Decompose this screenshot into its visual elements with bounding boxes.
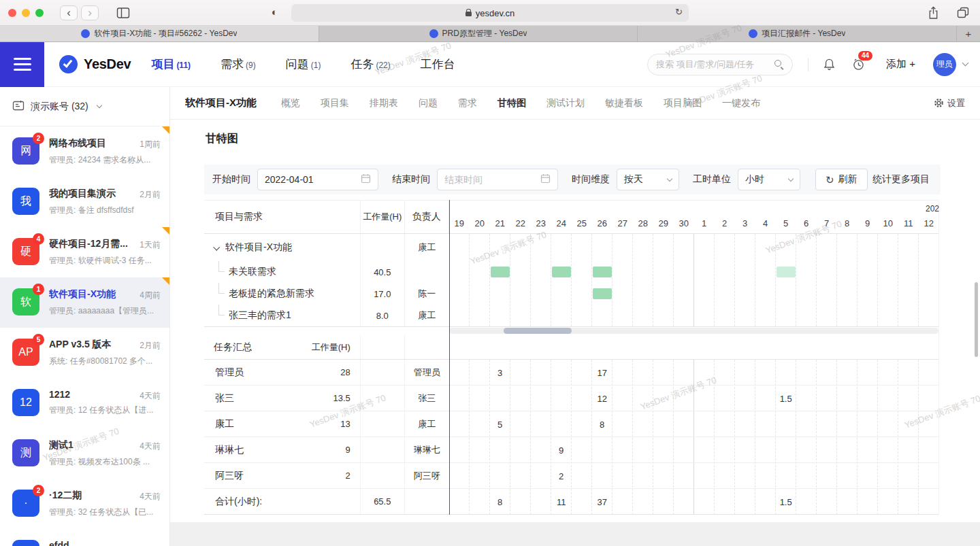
zoom-window-button[interactable] bbox=[35, 9, 44, 17]
search-icon[interactable] bbox=[774, 59, 784, 69]
time-dimension-value: 按天 bbox=[624, 173, 643, 186]
reload-icon[interactable]: ↻ bbox=[675, 7, 683, 17]
hour-unit-select[interactable]: 小时 bbox=[738, 169, 800, 190]
day-header-20: 20 bbox=[470, 218, 490, 228]
sidebar-project-5[interactable]: 124天前1212管理员: 12 任务状态从【进... bbox=[0, 378, 169, 428]
project-name: 测试1 bbox=[49, 439, 131, 451]
sidebar-toggle-icon[interactable] bbox=[116, 7, 130, 19]
settings-button[interactable]: 设置 bbox=[934, 97, 965, 109]
lock-icon bbox=[466, 12, 472, 16]
gantt-bar[interactable] bbox=[491, 267, 510, 277]
nav-label: 工作台 bbox=[421, 56, 455, 72]
nav-count: (11) bbox=[176, 61, 191, 70]
notifications-bell-icon[interactable] bbox=[822, 57, 836, 71]
nav-item-1[interactable]: 需求(9) bbox=[220, 56, 256, 72]
forward-button[interactable]: › bbox=[81, 5, 99, 20]
chevron-down-icon bbox=[788, 175, 794, 181]
gantt-bar[interactable] bbox=[593, 267, 612, 277]
settings-label: 设置 bbox=[947, 97, 965, 109]
project-initial: AP bbox=[18, 346, 33, 358]
reader-appearance-icon[interactable]: ◐ bbox=[272, 6, 278, 18]
project-tab-8[interactable]: 项目脑图 bbox=[664, 97, 702, 109]
start-date-input[interactable] bbox=[257, 169, 378, 190]
summary-workload-header: 工作量(H) bbox=[312, 341, 350, 354]
project-tab-7[interactable]: 敏捷看板 bbox=[605, 97, 643, 109]
account-switcher[interactable]: 演示账号 (32) bbox=[0, 87, 169, 126]
search-input[interactable] bbox=[656, 59, 768, 69]
summary-timeline: 2 bbox=[449, 463, 938, 488]
sidebar-project-3[interactable]: 软14周前软件项目-X功能管理员: aaaaaaaa【管理员... bbox=[0, 277, 169, 328]
gantt-row-1[interactable]: 未关联需求40.5 bbox=[204, 261, 938, 283]
summary-day-value: 17 bbox=[592, 367, 612, 377]
logo-text: YesDev bbox=[84, 56, 131, 72]
sidebar-project-1[interactable]: 我2月前我的项目集演示管理员: 备注 dfsffsdfdsf bbox=[0, 177, 169, 227]
global-search[interactable] bbox=[647, 54, 793, 75]
address-bar[interactable]: yesdev.cn ↻ bbox=[291, 4, 689, 22]
add-button[interactable]: 添加 + bbox=[886, 58, 915, 71]
share-icon[interactable] bbox=[928, 6, 939, 20]
sidebar-project-4[interactable]: AP52月前APP v3.5 版本系统: 任务#80081702 多个... bbox=[0, 328, 169, 378]
summary-work bbox=[361, 463, 405, 488]
refresh-button[interactable]: ↻ 刷新 bbox=[815, 169, 868, 190]
alarm-clock-icon[interactable]: 44 bbox=[851, 57, 866, 71]
avatar-chevron-down-icon[interactable] bbox=[962, 60, 969, 67]
minimize-window-button[interactable] bbox=[22, 9, 30, 17]
nav-item-0[interactable]: 项目(11) bbox=[151, 56, 191, 72]
time-dimension-select[interactable]: 按天 bbox=[617, 169, 679, 190]
back-button[interactable]: ‹ bbox=[60, 5, 78, 20]
sidebar-project-8[interactable]: eefdd bbox=[0, 529, 169, 546]
sidebar-project-0[interactable]: 网21周前网络布线项目管理员: 24234 需求名称从... bbox=[0, 126, 169, 177]
end-date-input[interactable] bbox=[437, 169, 558, 190]
gantt-bar[interactable] bbox=[777, 267, 796, 277]
summary-row-1: 张三13.5张三121.5 bbox=[204, 386, 938, 411]
tab-favicon bbox=[429, 29, 438, 38]
browser-tab-1[interactable]: PRD原型管理 - YesDev bbox=[319, 26, 638, 41]
nav-item-3[interactable]: 任务(22) bbox=[350, 56, 390, 72]
summary-day-value: 11 bbox=[551, 496, 572, 507]
app-logo[interactable]: YesDev bbox=[59, 55, 131, 73]
summary-owner: 管理员 bbox=[405, 360, 449, 385]
summary-hours: 13 bbox=[340, 419, 350, 429]
gantt-row-2[interactable]: 老板提的紧急新需求17.0陈一 bbox=[204, 283, 938, 305]
user-avatar[interactable]: 理员 bbox=[933, 53, 956, 76]
gantt-row-owner: 康工 bbox=[405, 234, 449, 261]
project-tab-9[interactable]: 一键发布 bbox=[722, 97, 760, 109]
project-tab-3[interactable]: 问题 bbox=[419, 97, 438, 109]
project-tab-0[interactable]: 概览 bbox=[281, 97, 300, 109]
gantt-row-3[interactable]: 张三丰的需求18.0康工 bbox=[204, 305, 938, 326]
new-tab-button[interactable]: + bbox=[957, 26, 980, 41]
project-tab-4[interactable]: 需求 bbox=[458, 97, 477, 109]
gantt-row-0[interactable]: 软件项目-X功能康工 bbox=[204, 234, 938, 261]
project-list: 网21周前网络布线项目管理员: 24234 需求名称从...我2月前我的项目集演… bbox=[0, 126, 169, 546]
hamburger-menu-icon[interactable] bbox=[0, 42, 44, 87]
end-date-value[interactable] bbox=[444, 174, 536, 185]
sidebar-project-2[interactable]: 硬41天前硬件项目-12月需...管理员: 软硬件调试-3 任务... bbox=[0, 227, 169, 277]
start-date-value[interactable] bbox=[265, 174, 357, 185]
sidebar-project-7[interactable]: ·24天前·12二期管理员: 32 任务状态从【已... bbox=[0, 479, 169, 529]
summary-timeline: 811371.5 bbox=[449, 489, 938, 514]
project-name: APP v3.5 版本 bbox=[49, 339, 131, 351]
browser-tab-2[interactable]: 项目汇报邮件 - YesDev bbox=[638, 26, 957, 41]
account-chevron-down-icon bbox=[97, 103, 102, 108]
summary-title: 任务汇总 bbox=[214, 341, 252, 354]
more-projects-link[interactable]: 统计更多项目 bbox=[872, 173, 930, 186]
project-tab-2[interactable]: 排期表 bbox=[370, 97, 398, 109]
gantt-row-owner: 康工 bbox=[405, 305, 449, 326]
horizontal-scrollbar-thumb[interactable] bbox=[504, 328, 572, 334]
project-tab-1[interactable]: 项目集 bbox=[321, 97, 349, 109]
nav-item-2[interactable]: 问题(1) bbox=[286, 56, 321, 72]
browser-tab-0[interactable]: 软件项目-X功能 - 项目#56262 - YesDev bbox=[0, 26, 319, 41]
chevron-down-icon[interactable] bbox=[213, 243, 220, 250]
project-tab-5[interactable]: 甘特图 bbox=[497, 97, 526, 109]
row-label: 老板提的紧急新需求 bbox=[229, 288, 314, 300]
project-tab-6[interactable]: 测试计划 bbox=[546, 97, 585, 109]
sidebar-project-6[interactable]: 测4天前测试1管理员: 视频发布达100条 ... bbox=[0, 428, 169, 479]
gantt-bar[interactable] bbox=[552, 267, 571, 277]
tab-overview-icon[interactable] bbox=[957, 7, 969, 18]
project-time: 2月前 bbox=[140, 189, 161, 201]
page-scrollbar[interactable] bbox=[975, 282, 978, 357]
close-window-button[interactable] bbox=[8, 9, 16, 17]
gantt-bar[interactable] bbox=[593, 288, 612, 299]
project-tabs: 概览项目集排期表问题需求甘特图测试计划敏捷看板项目脑图一键发布 bbox=[281, 97, 760, 109]
nav-item-4[interactable]: 工作台 bbox=[421, 56, 455, 72]
